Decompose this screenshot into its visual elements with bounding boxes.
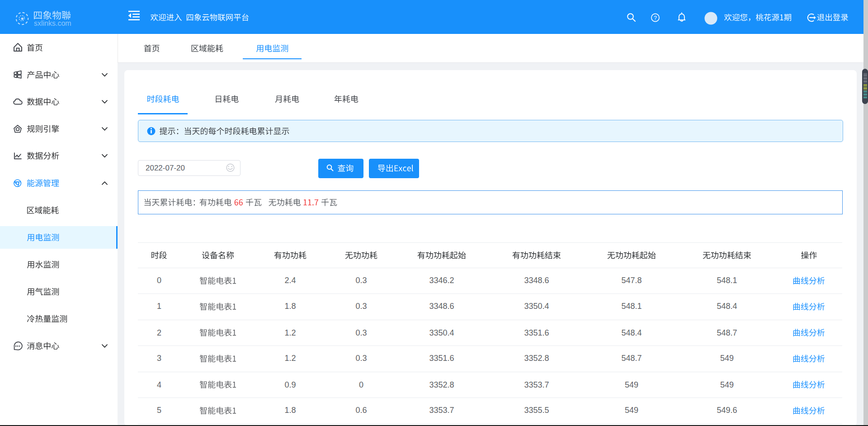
svg-text:?: ? <box>654 15 657 21</box>
